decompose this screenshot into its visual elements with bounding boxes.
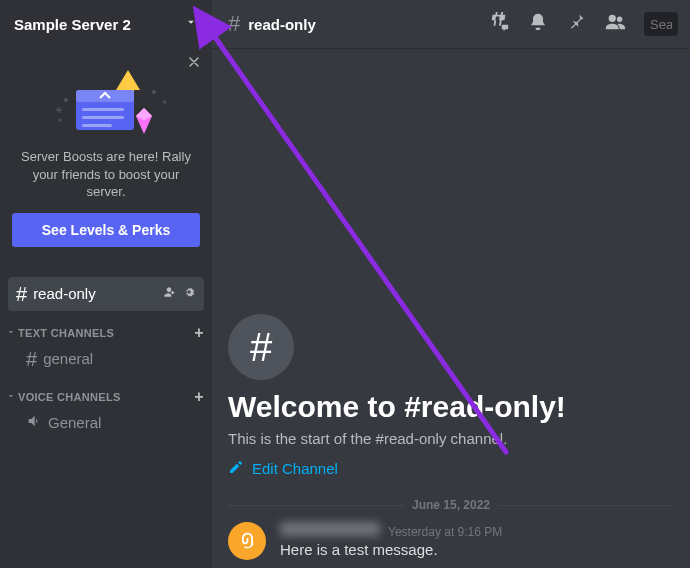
svg-point-8 [59,119,62,122]
chevron-down-icon [6,327,16,339]
channel-welcome: # Welcome to #read-only! This is the sta… [228,314,674,492]
svg-rect-2 [82,108,124,111]
add-channel-icon[interactable]: + [194,325,204,341]
search-input[interactable] [650,17,672,32]
message-text: Here is a test message. [280,541,674,558]
channel-label: General [48,414,101,431]
avatar[interactable] [228,522,266,560]
message-username[interactable] [280,522,380,539]
server-header[interactable]: Sample Server 2 [0,0,212,48]
svg-point-9 [152,90,156,94]
message-timestamp: Yesterday at 9:16 PM [388,525,502,539]
chevron-down-icon [184,15,198,33]
threads-icon[interactable] [488,11,510,37]
boost-illustration [12,60,200,142]
speaker-icon [26,413,42,432]
boost-cta-button[interactable]: See Levels & Perks [12,213,200,247]
chevron-down-icon [6,391,16,403]
svg-rect-3 [82,116,124,119]
channel-label: read-only [33,285,156,302]
category-text-channels[interactable]: Text Channels + [0,311,212,343]
search-box[interactable] [644,12,678,36]
svg-rect-4 [82,124,112,127]
server-name: Sample Server 2 [14,16,131,33]
create-invite-icon[interactable] [162,285,176,303]
message-row: Yesterday at 9:16 PM Here is a test mess… [228,518,674,568]
bell-icon[interactable] [528,12,548,36]
channel-header: # read-only [212,0,690,48]
boost-promo-card: Server Boosts are here! Rally your frien… [0,48,212,263]
svg-point-7 [64,98,68,102]
date-text: June 15, 2022 [412,498,490,512]
sidebar-voice-general[interactable]: General [8,408,204,437]
members-icon[interactable] [604,11,626,37]
sidebar-channel-general[interactable]: # general [8,344,204,374]
category-label: Text Channels [18,327,192,339]
channel-title: read-only [248,16,316,33]
boost-text: Server Boosts are here! Rally your frien… [12,148,200,201]
edit-channel-link[interactable]: Edit Channel [228,459,674,478]
edit-channel-label: Edit Channel [252,460,338,477]
welcome-hash-badge: # [228,314,294,380]
sidebar-channel-read-only[interactable]: # read-only [8,277,204,311]
pin-icon[interactable] [566,12,586,36]
channel-label: general [43,350,93,367]
category-label: Voice Channels [18,391,192,403]
gear-icon[interactable] [182,285,196,303]
date-divider: June 15, 2022 [228,498,674,512]
channel-sidebar: Sample Server 2 [0,0,212,568]
category-voice-channels[interactable]: Voice Channels + [0,375,212,407]
hash-icon: # [228,13,240,35]
hash-icon: # [26,349,37,369]
welcome-title: Welcome to #read-only! [228,390,674,424]
add-channel-icon[interactable]: + [194,389,204,405]
chat-scroll-area[interactable]: # Welcome to #read-only! This is the sta… [212,48,690,568]
welcome-subtitle: This is the start of the #read-only chan… [228,430,674,447]
pencil-icon [228,459,244,478]
hash-icon: # [16,284,27,304]
channel-main: # read-only [212,0,690,568]
